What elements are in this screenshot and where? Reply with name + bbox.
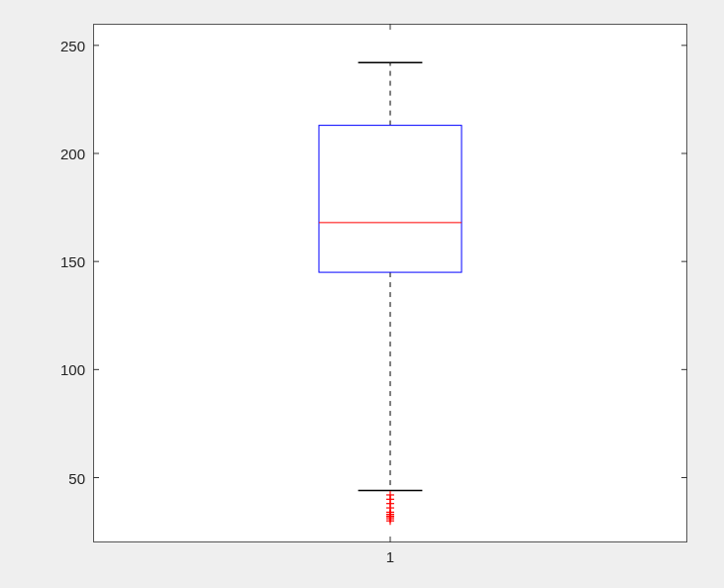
figure: 50100150200250 1 — [0, 0, 724, 588]
boxplot-svg — [0, 0, 724, 588]
svg-rect-16 — [319, 126, 462, 272]
